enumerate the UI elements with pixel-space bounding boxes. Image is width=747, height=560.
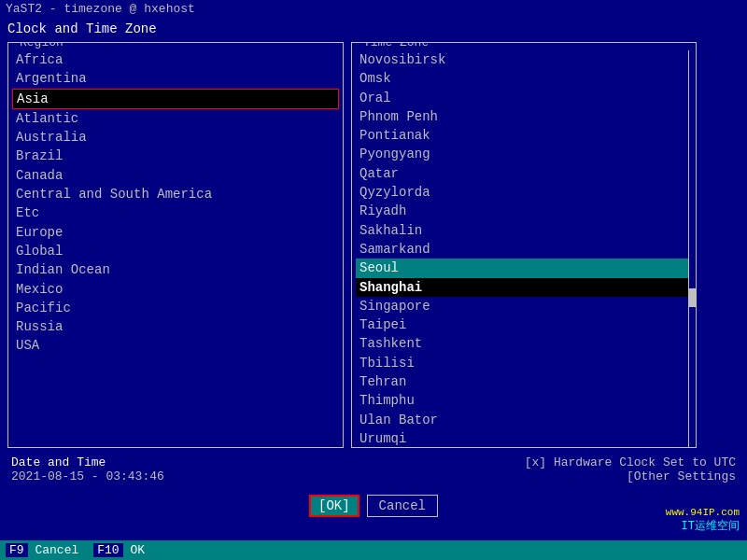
region-list-item[interactable]: Africa (12, 50, 339, 69)
f10-key-label: F10 (93, 543, 122, 557)
region-list-item[interactable]: Pacific (12, 299, 339, 317)
region-list-item[interactable]: Mexico (12, 280, 339, 299)
tz-list-item[interactable]: Seoul (356, 259, 692, 277)
region-list-item[interactable]: Global (12, 242, 339, 260)
watermark-line1: www.94IP.com (666, 507, 740, 518)
tz-list-item[interactable]: Novosibirsk (356, 50, 692, 69)
cancel-label: Cancel (379, 498, 426, 513)
tz-list-item[interactable]: Tbilisi (356, 354, 692, 372)
panels-wrapper: Region AfricaArgentinaAsiaAtlanticAustra… (7, 42, 740, 448)
scrollbar[interactable] (688, 50, 696, 447)
ok-label: OK (326, 498, 342, 513)
f10-key[interactable]: F10 OK (93, 543, 145, 557)
right-options: [x] Hardware Clock Set to UTC [Other Set… (525, 455, 736, 483)
tz-list: NovosibirskOmskOralPhnom PenhPontianakPy… (356, 50, 692, 447)
tz-list-item[interactable]: Tehran (356, 372, 692, 391)
region-list-item[interactable]: Canada (12, 166, 339, 185)
tz-list-item[interactable]: Ulan Bator (356, 411, 692, 429)
watermark: www.94IP.com IT运维空间 (666, 507, 740, 534)
tz-list-item[interactable]: Riyadh (356, 202, 692, 220)
timezone-panel-header: Time Zone (359, 42, 432, 49)
tz-list-item[interactable]: Urumqi (356, 429, 692, 447)
tz-list-item[interactable]: Shanghai (356, 278, 692, 297)
f10-key-text: OK (130, 543, 145, 557)
tz-list-item[interactable]: Qatar (356, 164, 692, 183)
tz-list-item[interactable]: Pyongyang (356, 145, 692, 163)
hardware-clock-option[interactable]: [x] Hardware Clock Set to UTC (525, 455, 736, 469)
region-list-item[interactable]: Asia (12, 89, 339, 109)
main-container: Clock and Time Zone Region AfricaArgenti… (7, 21, 740, 517)
window-title: YaST2 - timezone @ hxehost (6, 2, 195, 16)
tz-list-item[interactable]: Pontianak (356, 126, 692, 145)
datetime-section: Date and Time 2021-08-15 - 03:43:46 (11, 455, 164, 483)
region-list-item[interactable]: Central and South America (12, 185, 339, 203)
f9-key[interactable]: F9 Cancel (6, 543, 78, 557)
title-bar: YaST2 - timezone @ hxehost (0, 0, 747, 18)
cancel-button[interactable]: Cancel (367, 495, 438, 517)
f9-key-label: F9 (6, 543, 28, 557)
watermark-line2: IT运维空间 (666, 518, 740, 534)
datetime-value: 2021-08-15 - 03:43:46 (11, 469, 164, 483)
datetime-label: Date and Time (11, 455, 164, 469)
tz-list-item[interactable]: Thimphu (356, 391, 692, 410)
region-list: AfricaArgentinaAsiaAtlanticAustraliaBraz… (12, 50, 339, 356)
tz-list-item[interactable]: Singapore (356, 297, 692, 315)
tz-list-item[interactable]: Oral (356, 89, 692, 107)
tz-list-item[interactable]: Samarkand (356, 240, 692, 259)
f9-key-text: Cancel (35, 543, 78, 557)
region-list-item[interactable]: Argentina (12, 69, 339, 88)
buttons-row: [OK] Cancel (7, 495, 740, 517)
region-list-item[interactable]: Europe (12, 223, 339, 242)
timezone-list-container: NovosibirskOmskOralPhnom PenhPontianakPy… (352, 43, 696, 447)
region-list-item[interactable]: Russia (12, 317, 339, 336)
region-list-item[interactable]: Atlantic (12, 109, 339, 128)
region-list-item[interactable]: Australia (12, 128, 339, 147)
other-settings-option[interactable]: [Other Settings (525, 469, 736, 483)
region-list-item[interactable]: Etc (12, 203, 339, 222)
timezone-panel: Time Zone NovosibirskOmskOralPhnom PenhP… (351, 42, 697, 448)
footer-bar: F9 Cancel F10 OK (0, 540, 747, 560)
tz-list-item[interactable]: Qyzylorda (356, 183, 692, 202)
region-list-container: AfricaArgentinaAsiaAtlanticAustraliaBraz… (8, 43, 343, 447)
tz-list-item[interactable]: Omsk (356, 69, 692, 88)
region-list-item[interactable]: Indian Ocean (12, 260, 339, 279)
tz-list-item[interactable]: Tashkent (356, 334, 692, 353)
tz-list-item[interactable]: Sakhalin (356, 221, 692, 240)
scrollbar-thumb[interactable] (689, 288, 697, 307)
ok-button[interactable]: [OK] (309, 495, 359, 517)
section-title: Clock and Time Zone (7, 21, 740, 36)
region-panel-header: Region (16, 42, 67, 49)
region-list-item[interactable]: USA (12, 336, 339, 355)
bottom-section: Date and Time 2021-08-15 - 03:43:46 [x] … (7, 455, 740, 483)
tz-list-item[interactable]: Taipei (356, 315, 692, 334)
tz-list-item[interactable]: Phnom Penh (356, 107, 692, 126)
region-list-item[interactable]: Brazil (12, 147, 339, 165)
region-panel: Region AfricaArgentinaAsiaAtlanticAustra… (7, 42, 344, 448)
